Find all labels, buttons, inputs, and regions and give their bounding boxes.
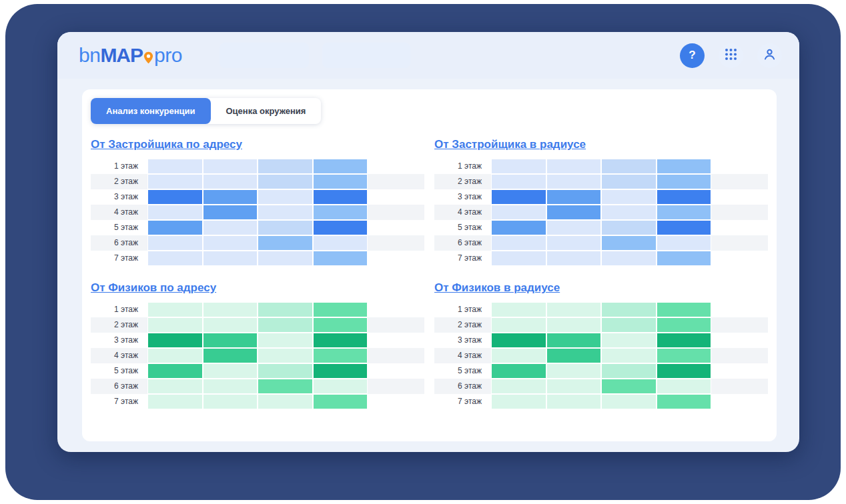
heatmap-cell[interactable] (147, 220, 203, 235)
heatmap-cell[interactable] (258, 159, 313, 174)
heatmap-cell[interactable] (313, 235, 368, 251)
heatmap-cell[interactable] (203, 333, 258, 348)
heatmap-cell[interactable] (657, 302, 712, 317)
heatmap-cell[interactable] (313, 174, 368, 189)
heatmap-cell[interactable] (657, 333, 712, 348)
heatmap-cell[interactable] (546, 235, 602, 251)
heatmap-cell[interactable] (491, 251, 546, 266)
heatmap-cell[interactable] (546, 251, 602, 266)
heatmap-cell[interactable] (313, 394, 368, 409)
heatmap-cell[interactable] (657, 379, 712, 394)
heatmap-cell[interactable] (601, 251, 657, 266)
heatmap-cell[interactable] (313, 205, 368, 220)
heatmap-cell[interactable] (491, 174, 546, 189)
heatmap-cell[interactable] (601, 363, 657, 379)
heatmap-cell[interactable] (147, 251, 203, 266)
heatmap-cell[interactable] (657, 394, 712, 409)
heatmap-cell[interactable] (203, 317, 258, 333)
heatmap-cell[interactable] (258, 189, 313, 205)
heatmap-cell[interactable] (147, 235, 203, 251)
heatmap-cell[interactable] (546, 317, 602, 333)
heatmap-cell[interactable] (203, 220, 258, 235)
heatmap-cell[interactable] (313, 348, 368, 363)
heatmap-cell[interactable] (491, 220, 546, 235)
heatmap-cell[interactable] (657, 174, 712, 189)
heatmap-cell[interactable] (203, 189, 258, 205)
heatmap-cell[interactable] (147, 363, 203, 379)
heatmap-cell[interactable] (313, 363, 368, 379)
heatmap-cell[interactable] (313, 159, 368, 174)
heatmap-cell[interactable] (546, 189, 602, 205)
heatmap-cell[interactable] (203, 348, 258, 363)
heatmap-cell[interactable] (657, 317, 712, 333)
heatmap-cell[interactable] (491, 235, 546, 251)
section-title-link[interactable]: От Физиков в радиусе (434, 281, 560, 295)
heatmap-cell[interactable] (546, 159, 602, 174)
heatmap-cell[interactable] (491, 189, 546, 205)
heatmap-cell[interactable] (147, 205, 203, 220)
heatmap-cell[interactable] (601, 220, 657, 235)
heatmap-cell[interactable] (147, 189, 203, 205)
heatmap-cell[interactable] (313, 251, 368, 266)
apps-button[interactable] (719, 43, 743, 68)
heatmap-cell[interactable] (258, 348, 313, 363)
heatmap-cell[interactable] (657, 159, 712, 174)
heatmap-cell[interactable] (546, 348, 602, 363)
heatmap-cell[interactable] (258, 251, 313, 266)
heatmap-cell[interactable] (491, 302, 546, 317)
heatmap-cell[interactable] (657, 363, 712, 379)
heatmap-cell[interactable] (203, 302, 258, 317)
heatmap-cell[interactable] (258, 363, 313, 379)
heatmap-cell[interactable] (546, 174, 602, 189)
heatmap-cell[interactable] (313, 317, 368, 333)
heatmap-cell[interactable] (546, 205, 602, 220)
heatmap-cell[interactable] (491, 363, 546, 379)
heatmap-cell[interactable] (258, 220, 313, 235)
heatmap-cell[interactable] (546, 220, 602, 235)
heatmap-cell[interactable] (546, 333, 602, 348)
heatmap-cell[interactable] (147, 174, 203, 189)
heatmap-cell[interactable] (601, 159, 657, 174)
heatmap-cell[interactable] (657, 348, 712, 363)
heatmap-cell[interactable] (258, 394, 313, 409)
heatmap-cell[interactable] (657, 251, 712, 266)
heatmap-cell[interactable] (147, 394, 203, 409)
heatmap-cell[interactable] (203, 205, 258, 220)
heatmap-cell[interactable] (147, 317, 203, 333)
heatmap-cell[interactable] (491, 317, 546, 333)
bnmap-logo[interactable]: bn MAP pro (79, 45, 182, 65)
heatmap-cell[interactable] (601, 348, 657, 363)
heatmap-cell[interactable] (601, 333, 657, 348)
help-button[interactable]: ? (680, 43, 705, 68)
heatmap-cell[interactable] (601, 394, 657, 409)
heatmap-cell[interactable] (313, 333, 368, 348)
heatmap-cell[interactable] (258, 205, 313, 220)
heatmap-cell[interactable] (491, 333, 546, 348)
tab-environment-assessment[interactable]: Оценка окружения (211, 98, 322, 124)
heatmap-cell[interactable] (203, 379, 258, 394)
heatmap-cell[interactable] (258, 174, 313, 189)
heatmap-cell[interactable] (258, 333, 313, 348)
heatmap-cell[interactable] (147, 348, 203, 363)
heatmap-cell[interactable] (601, 205, 657, 220)
heatmap-cell[interactable] (601, 379, 657, 394)
heatmap-cell[interactable] (546, 363, 602, 379)
heatmap-cell[interactable] (313, 220, 368, 235)
heatmap-cell[interactable] (313, 189, 368, 205)
heatmap-cell[interactable] (546, 394, 602, 409)
heatmap-cell[interactable] (601, 302, 657, 317)
section-title-link[interactable]: От Застройщика по адресу (91, 138, 242, 151)
heatmap-cell[interactable] (258, 317, 313, 333)
section-title-link[interactable]: От Застройщика в радиусе (434, 138, 586, 151)
heatmap-cell[interactable] (203, 174, 258, 189)
heatmap-cell[interactable] (147, 302, 203, 317)
heatmap-cell[interactable] (313, 379, 368, 394)
heatmap-cell[interactable] (601, 174, 657, 189)
heatmap-cell[interactable] (258, 235, 313, 251)
header-field-2[interactable] (322, 43, 410, 68)
heatmap-cell[interactable] (203, 159, 258, 174)
heatmap-cell[interactable] (258, 379, 313, 394)
heatmap-cell[interactable] (657, 235, 712, 251)
heatmap-cell[interactable] (491, 379, 546, 394)
heatmap-cell[interactable] (203, 363, 258, 379)
